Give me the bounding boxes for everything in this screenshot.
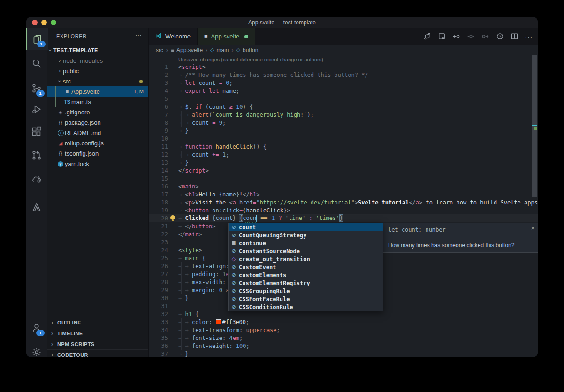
more-actions-icon[interactable]: ··· xyxy=(524,31,534,42)
suggest-item-CustomEvent[interactable]: ⊘CustomEvent xyxy=(229,263,383,271)
code-line-11[interactable]: 11→ function handleClick() { xyxy=(148,143,538,151)
overview-ruler-change-marker xyxy=(534,127,537,130)
navigate-back-icon[interactable] xyxy=(451,31,461,42)
breadcrumb-label: src xyxy=(156,47,163,53)
sidebar-section-codetour[interactable]: ›CODETOUR xyxy=(47,349,148,357)
code-line-7[interactable]: 7→ → alert(`count is dangerously high!`)… xyxy=(148,111,538,119)
code-line-35[interactable]: 35→ → font-size: 4em; xyxy=(148,334,538,342)
code-line-19[interactable]: 19→ <button on:click={handleClick}> xyxy=(148,206,538,214)
code-line-17[interactable]: 17→ <h1>Hello {name}!</h1> xyxy=(148,190,538,198)
suggest-item-CSSGroupingRule[interactable]: ⊘CSSGroupingRule xyxy=(229,287,383,295)
split-editor-icon[interactable] xyxy=(509,31,519,42)
breadcrumb-item-button[interactable]: ◇button xyxy=(236,47,259,53)
activity-github-pull-requests-icon[interactable] xyxy=(26,144,47,166)
code-editor[interactable]: Unsaved changes (cannot determine recent… xyxy=(148,55,538,357)
sidebar-more-actions-icon[interactable]: ··· xyxy=(135,31,142,38)
suggest-item-CustomElementRegistry[interactable]: ⊘CustomElementRegistry xyxy=(229,279,383,287)
code-line-33[interactable]: 33→ → color: #ff3e00; xyxy=(148,318,538,326)
breadcrumb-item-src[interactable]: src xyxy=(156,47,163,53)
tree-item-node_modules[interactable]: ›node_modules xyxy=(47,55,148,66)
source-control-compare-icon[interactable] xyxy=(422,31,432,42)
code-line-10[interactable]: 10 xyxy=(148,135,538,143)
editor-scrollbar[interactable] xyxy=(531,55,538,357)
activity-search-icon[interactable] xyxy=(26,53,47,74)
code-line-4[interactable]: 4→ export let name; xyxy=(148,87,538,95)
tab-app-svelte[interactable]: ≡App.svelte xyxy=(198,28,255,45)
tree-item-main.ts[interactable]: TSmain.ts xyxy=(47,97,148,107)
code-line-18[interactable]: 18→ <p>Visit the <a href="https://svelte… xyxy=(148,198,538,206)
next-change-icon[interactable] xyxy=(480,31,490,42)
suggest-item-create_out_transition[interactable]: ◇create_out_transition xyxy=(229,255,383,263)
code-line-16[interactable]: 16<main> xyxy=(148,182,538,190)
suggest-item-continue[interactable]: ≣continue xyxy=(229,239,383,247)
line-number: 34 xyxy=(148,327,168,333)
code-line-14[interactable]: 14</script> xyxy=(148,166,538,174)
line-number: 16 xyxy=(148,183,168,190)
tree-item-package.json[interactable]: {}package.json xyxy=(47,117,148,128)
activity-extensions-icon[interactable] xyxy=(26,121,47,142)
tree-item-public[interactable]: ›public xyxy=(47,66,148,76)
code-line-3[interactable]: 3→ let count = 0; xyxy=(148,79,538,87)
line-number: 12 xyxy=(148,151,168,158)
explorer-sidebar: EXPLORER ··· ›TEST-TEMPLATE›node_modules… xyxy=(47,28,148,357)
code-line-37[interactable]: 37→ } xyxy=(148,350,538,357)
breadcrumb-item-app-svelte[interactable]: ≡App.svelte xyxy=(171,47,203,53)
suggest-item-CSSConditionRule[interactable]: ⊘CSSConditionRule xyxy=(229,303,383,311)
code-line-15[interactable]: 15 xyxy=(148,174,538,182)
code-line-13[interactable]: 13→ } xyxy=(148,158,538,166)
activity-accounts-icon[interactable]: 1 xyxy=(26,317,47,339)
tree-root-TEST-TEMPLATE[interactable]: ›TEST-TEMPLATE xyxy=(47,45,148,55)
activity-explorer-icon[interactable]: 1 xyxy=(26,28,48,50)
sidebar-section-outline[interactable]: ›OUTLINE xyxy=(47,317,148,328)
sidebar-section-npm-scripts[interactable]: ›NPM SCRIPTS xyxy=(47,339,148,349)
activity-live-share-icon[interactable] xyxy=(26,168,47,189)
suggest-item-customElements[interactable]: ⊘customElements xyxy=(229,271,383,279)
activity-bar: 111 xyxy=(26,28,47,357)
breadcrumb-item-main[interactable]: ◇main xyxy=(210,47,229,53)
code-text: → → color: #ff3e00; xyxy=(168,319,249,325)
line-number: 15 xyxy=(148,175,168,182)
code-line-6[interactable]: 6→ $: if (count ≥ 10) { xyxy=(148,103,538,111)
line-number: 23 xyxy=(148,239,168,246)
tree-item-.gitignore[interactable]: ◈.gitignore xyxy=(47,107,148,117)
code-line-34[interactable]: 34→ → text-transform: uppercase; xyxy=(148,326,538,334)
codelens-annotation[interactable]: Unsaved changes (cannot determine recent… xyxy=(178,57,323,62)
tree-item-yarn.lock[interactable]: yyarn.lock xyxy=(47,158,148,169)
lightbulb-icon[interactable] xyxy=(170,215,175,222)
run-history-icon[interactable] xyxy=(495,31,505,42)
suggest-item-CSSFontFaceRule[interactable]: ⊘CSSFontFaceRule xyxy=(229,295,383,303)
tree-item-App.svelte[interactable]: ≡App.svelte1, M xyxy=(47,86,148,97)
activity-source-control-icon[interactable]: 1 xyxy=(26,77,47,99)
scrollbar-thumb[interactable] xyxy=(532,55,537,197)
activity-azure-icon[interactable] xyxy=(26,196,47,218)
color-swatch xyxy=(216,319,221,324)
sidebar-section-timeline[interactable]: ›TIMELINE xyxy=(47,328,148,339)
tab-welcome[interactable]: Welcome xyxy=(148,28,198,45)
code-line-36[interactable]: 36→ → font-weight: 100; xyxy=(148,342,538,350)
code-line-1[interactable]: 1<script> xyxy=(148,63,538,71)
code-line-5[interactable]: 5 xyxy=(148,95,538,103)
line-number: 36 xyxy=(148,343,168,349)
tree-item-src[interactable]: ›src xyxy=(47,76,148,86)
close-icon[interactable]: × xyxy=(531,225,534,232)
field-icon: ⊘ xyxy=(229,296,239,302)
activity-settings-gear-icon[interactable] xyxy=(26,341,47,357)
suggestion-signature: let count: number xyxy=(388,226,446,233)
code-line-9[interactable]: 9→ } xyxy=(148,127,538,135)
tree-item-rollup.config.js[interactable]: ◢rollup.config.js xyxy=(47,138,148,148)
code-line-2[interactable]: 2→ /** How many times has someone clicke… xyxy=(148,71,538,79)
open-changes-icon[interactable] xyxy=(436,31,447,42)
previous-change-icon[interactable] xyxy=(465,31,476,42)
suggest-item-ConstantSourceNode[interactable]: ⊘ConstantSourceNode xyxy=(229,247,383,255)
code-line-8[interactable]: 8→ → count = 9; xyxy=(148,119,538,127)
tree-item-label: App.svelte xyxy=(71,88,134,95)
title-bar: App.svelte — test-template xyxy=(26,17,538,28)
code-line-12[interactable]: 12→ → count += 1; xyxy=(148,151,538,158)
tree-item-README.md[interactable]: iREADME.md xyxy=(47,128,148,138)
activity-run-and-debug-icon[interactable] xyxy=(26,98,47,120)
line-number: 31 xyxy=(148,303,168,309)
tree-item-tsconfig.json[interactable]: {}tsconfig.json xyxy=(47,148,148,158)
suggest-item-CountQueuingStrategy[interactable]: ⊘CountQueuingStrategy xyxy=(229,231,383,239)
code-line-20[interactable]: 20→ Clicked {count} {coun ≡ 1 ? 'time' :… xyxy=(148,214,538,222)
suggest-item-count[interactable]: ⊘count xyxy=(229,223,383,231)
